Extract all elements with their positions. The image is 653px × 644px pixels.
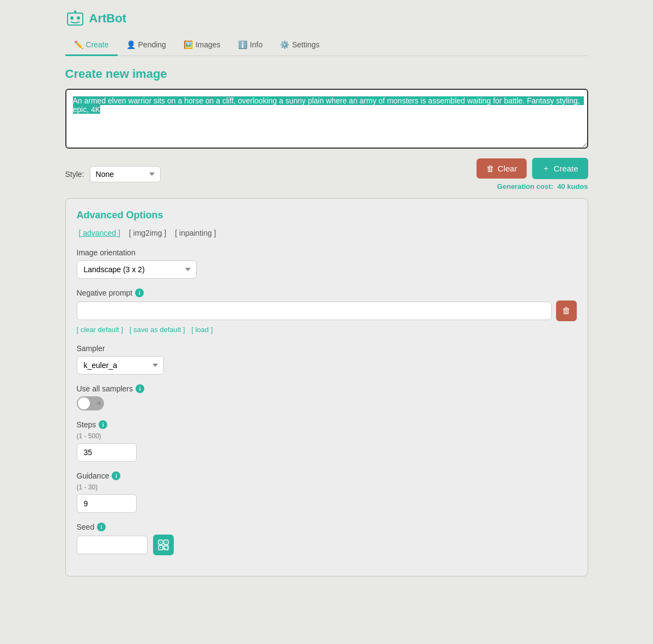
pending-icon: 👤 [126, 40, 136, 49]
advanced-title: Advanced Options [77, 210, 577, 221]
clear-button[interactable]: 🗑 Clear [477, 158, 527, 179]
svg-point-15 [167, 548, 168, 549]
style-row: Style: None Fantasy Realistic Anime Oil … [65, 166, 161, 182]
svg-point-2 [70, 16, 74, 20]
save-as-default-link[interactable]: [ save as default ] [130, 326, 185, 334]
seed-row [77, 535, 577, 555]
app-title: ArtBot [89, 11, 126, 26]
clear-default-link[interactable]: [ clear default ] [77, 326, 123, 334]
nav-item-settings[interactable]: ⚙️ Settings [271, 35, 328, 56]
use-all-samplers-label: Use all samplers i [77, 384, 577, 393]
create-label: Create [553, 164, 578, 173]
orientation-select[interactable]: Landscape (3 x 2) Portrait (2 x 3) Squar… [77, 260, 197, 279]
dice-button[interactable] [153, 535, 174, 555]
toggle-off-icon: ✕ [96, 400, 101, 407]
seed-label: Seed i [77, 523, 577, 531]
nav-item-images[interactable]: 🖼️ Images [175, 35, 229, 56]
negative-prompt-label: Negative prompt i [77, 289, 577, 297]
svg-point-11 [160, 547, 161, 548]
svg-point-13 [167, 546, 168, 547]
steps-range: (1 - 500) [77, 432, 577, 440]
image-orientation-label: Image orientation [77, 248, 577, 257]
tab-advanced[interactable]: [ advanced ] [77, 228, 123, 238]
svg-point-9 [160, 542, 161, 543]
nav-label-info: Info [250, 40, 263, 49]
seed-input[interactable] [77, 536, 148, 554]
guidance-group: Guidance i (1 - 30) [77, 471, 577, 513]
sampler-select[interactable]: k_euler_a k_euler k_lms k_heun k_dpm_2 k… [77, 356, 164, 375]
page-title: Create new image [65, 67, 588, 81]
nav-item-info[interactable]: ℹ️ Info [229, 35, 271, 56]
tab-img2img[interactable]: [ img2img ] [127, 228, 168, 238]
guidance-info-icon[interactable]: i [112, 471, 120, 480]
svg-point-3 [77, 16, 80, 20]
delete-icon: 🗑 [562, 306, 571, 316]
use-all-samplers-group: Use all samplers i ✕ [77, 384, 577, 410]
use-all-samplers-toggle[interactable]: ✕ [77, 396, 104, 410]
settings-icon: ⚙️ [280, 40, 289, 49]
info-nav-icon: ℹ️ [238, 40, 247, 49]
guidance-range: (1 - 30) [77, 483, 577, 491]
create-icon: ✏️ [74, 40, 83, 49]
svg-rect-4 [74, 10, 76, 14]
seed-info-icon[interactable]: i [97, 523, 106, 531]
logo: ArtBot [65, 9, 126, 28]
svg-point-10 [166, 542, 167, 543]
tab-inpainting[interactable]: [ inpainting ] [173, 228, 218, 238]
nav-label-create: Create [86, 40, 109, 49]
nav-label-settings: Settings [292, 40, 320, 49]
generation-cost-value: 40 kudos [557, 182, 588, 191]
prompt-textarea[interactable] [65, 89, 588, 149]
clear-label: Clear [498, 164, 517, 173]
controls-row: Style: None Fantasy Realistic Anime Oil … [65, 158, 588, 191]
negative-prompt-input[interactable] [77, 302, 552, 320]
advanced-tabs: [ advanced ] [ img2img ] [ inpainting ] [77, 228, 577, 238]
sampler-label: Sampler [77, 344, 577, 353]
advanced-panel: Advanced Options [ advanced ] [ img2img … [65, 198, 588, 576]
nav-item-create[interactable]: ✏️ Create [65, 35, 118, 56]
negative-prompt-group: Negative prompt i 🗑 [ clear default ] [ … [77, 289, 577, 334]
nav-label-pending: Pending [138, 40, 166, 49]
guidance-label: Guidance i [77, 471, 577, 480]
action-buttons: 🗑 Clear ＋ Create [477, 158, 588, 179]
right-section: 🗑 Clear ＋ Create Generation cost: 40 kud… [477, 158, 588, 191]
load-link[interactable]: [ load ] [191, 326, 212, 334]
nav: ✏️ Create 👤 Pending 🖼️ Images ℹ️ Info ⚙️… [65, 35, 588, 56]
style-label: Style: [65, 170, 84, 179]
sampler-group: Sampler k_euler_a k_euler k_lms k_heun k… [77, 344, 577, 375]
nav-label-images: Images [196, 40, 221, 49]
use-all-samplers-info-icon[interactable]: i [136, 384, 144, 393]
negative-prompt-row: 🗑 [77, 300, 577, 321]
header: ArtBot [65, 9, 588, 28]
style-select[interactable]: None Fantasy Realistic Anime Oil Paintin… [90, 166, 161, 182]
create-button[interactable]: ＋ Create [532, 158, 588, 179]
guidance-input[interactable] [77, 494, 137, 513]
negative-prompt-delete-button[interactable]: 🗑 [556, 300, 577, 321]
steps-group: Steps i (1 - 500) [77, 420, 577, 462]
dice-icon [158, 539, 169, 550]
steps-input[interactable] [77, 443, 137, 462]
svg-point-12 [164, 546, 166, 547]
nav-item-pending[interactable]: 👤 Pending [118, 35, 175, 56]
generation-cost-label: Generation cost: [497, 182, 553, 191]
trash-icon: 🗑 [486, 164, 495, 173]
generation-cost: Generation cost: 40 kudos [497, 182, 588, 191]
images-icon: 🖼️ [184, 40, 193, 49]
plus-icon: ＋ [542, 163, 550, 174]
prompt-actions: [ clear default ] [ save as default ] [ … [77, 326, 577, 334]
image-orientation-group: Image orientation Landscape (3 x 2) Port… [77, 248, 577, 279]
toggle-thumb [78, 397, 90, 409]
negative-prompt-info-icon[interactable]: i [135, 289, 144, 297]
logo-icon [65, 9, 85, 28]
svg-point-14 [164, 548, 166, 549]
svg-rect-8 [164, 545, 168, 550]
steps-info-icon[interactable]: i [99, 420, 107, 429]
seed-group: Seed i [77, 523, 577, 555]
steps-label: Steps i [77, 420, 577, 429]
